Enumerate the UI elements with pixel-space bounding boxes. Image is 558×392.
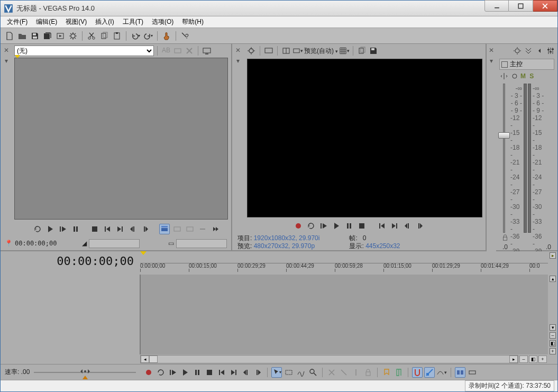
close-panel-icon[interactable]: ✕ — [487, 46, 496, 54]
autocrossfade-button[interactable] — [436, 367, 447, 378]
master-label[interactable]: 主控 — [499, 59, 554, 70]
play-icon[interactable] — [331, 221, 342, 231]
expand-panel-icon[interactable]: ▾ — [487, 57, 496, 65]
timeline-cursor-marker[interactable] — [140, 251, 147, 255]
mute-solo-label[interactable]: M S — [520, 72, 535, 80]
quantize-button[interactable] — [424, 367, 435, 378]
go-start-icon[interactable] — [377, 221, 387, 231]
menu-insert[interactable]: 插入(I) — [91, 16, 118, 28]
zoom-fit-button[interactable]: ◧ — [529, 355, 537, 363]
mixer-props-icon[interactable] — [513, 46, 522, 56]
downmix-icon[interactable] — [524, 46, 533, 56]
loop-icon[interactable] — [306, 221, 316, 231]
copy-snapshot-icon[interactable] — [356, 45, 367, 56]
menu-help[interactable]: 帮助(H) — [178, 16, 208, 28]
hscrollbar[interactable]: ◂ ▸ — [140, 355, 518, 363]
go-end-button[interactable] — [228, 367, 239, 378]
pause-icon[interactable] — [70, 224, 81, 234]
dim-icon[interactable] — [535, 46, 544, 56]
play-icon[interactable] — [45, 224, 56, 234]
trim-start-button[interactable] — [326, 367, 337, 378]
ignore-event-grouping-button[interactable] — [467, 367, 478, 378]
pan-icon[interactable] — [499, 71, 509, 81]
fader-handle[interactable] — [498, 132, 510, 139]
menu-options[interactable]: 选项(O) — [148, 16, 178, 28]
timeline-ruler[interactable]: 0:00:00;0000:00:15;0000:00:29;2900:00:44… — [140, 251, 548, 275]
snap-button[interactable] — [412, 367, 423, 378]
preview-quality-dropdown[interactable]: 预览(自动) — [304, 47, 338, 56]
preview-fx-icon[interactable] — [292, 45, 303, 56]
auto-ripple-button[interactable] — [455, 367, 465, 378]
split-button[interactable] — [351, 367, 361, 378]
delete-icon[interactable] — [184, 45, 195, 56]
scroll-right-button[interactable]: ▸ — [509, 355, 518, 363]
track-headers[interactable] — [10, 275, 140, 354]
selection-tool-button[interactable] — [283, 367, 294, 378]
overwrite-icon[interactable] — [197, 224, 208, 234]
stop-button[interactable] — [204, 367, 215, 378]
in-time-field[interactable] — [89, 239, 140, 248]
next-frame-icon[interactable] — [140, 224, 151, 234]
vzoom-default-button[interactable]: ◧ — [550, 340, 556, 347]
go-end-icon[interactable] — [389, 221, 400, 231]
close-button[interactable] — [533, 0, 557, 12]
fader[interactable] — [499, 84, 509, 233]
normal-edit-tool-button[interactable]: ▾ — [271, 367, 282, 378]
properties-icon[interactable] — [67, 30, 79, 42]
next-frame-icon[interactable] — [415, 221, 425, 231]
scroll-down-button[interactable]: ▾ — [550, 324, 556, 331]
trim-end-button[interactable] — [339, 367, 349, 378]
timeline-tracks-area[interactable] — [140, 275, 548, 354]
preview-viewport[interactable] — [247, 59, 482, 217]
play-button[interactable] — [180, 367, 190, 378]
more-icon[interactable] — [210, 224, 221, 234]
vzoom-out-button[interactable]: – — [550, 332, 556, 339]
external-preview-icon[interactable] — [263, 45, 274, 56]
shuttle-knob-icon[interactable] — [79, 368, 91, 375]
loop-playback-button[interactable] — [155, 367, 166, 378]
pause-icon[interactable] — [344, 221, 354, 231]
pause-button[interactable] — [192, 367, 203, 378]
zoom-tool-button[interactable] — [308, 367, 318, 378]
paste-icon[interactable] — [111, 30, 123, 42]
undo-icon[interactable]: ▾ — [130, 30, 141, 42]
copy-icon[interactable] — [98, 30, 110, 42]
go-start-button[interactable] — [216, 367, 227, 378]
automation-icon[interactable] — [510, 71, 519, 81]
shuttle-control[interactable] — [34, 368, 136, 377]
region-tool-button[interactable] — [394, 367, 404, 378]
add-video-icon[interactable] — [172, 224, 182, 234]
render-icon[interactable] — [54, 30, 66, 42]
play-from-start-button[interactable] — [168, 367, 178, 378]
close-panel-icon[interactable]: ✕ — [234, 46, 242, 54]
menu-view[interactable]: 视图(V) — [61, 16, 91, 28]
prev-frame-icon[interactable] — [127, 224, 138, 234]
envelope-tool-button[interactable] — [296, 367, 306, 378]
next-frame-button[interactable] — [253, 367, 263, 378]
close-panel-icon[interactable]: ✕ — [2, 46, 11, 54]
go-end-icon[interactable] — [115, 224, 125, 234]
trimmer-viewport[interactable] — [14, 58, 228, 220]
expand-panel-icon[interactable]: ▾ — [234, 57, 242, 65]
zoom-out-button[interactable]: – — [519, 355, 528, 363]
abc-icon[interactable]: ABC — [161, 45, 171, 56]
menu-tools[interactable]: 工具(T) — [118, 16, 148, 28]
zoom-in-button[interactable]: + — [538, 355, 547, 363]
scroll-up-button[interactable]: ▴ — [550, 276, 556, 282]
record-icon[interactable] — [293, 221, 304, 231]
mixer-settings-icon[interactable] — [546, 46, 555, 56]
stop-icon[interactable] — [89, 224, 100, 234]
lock-events-button[interactable] — [363, 367, 373, 378]
save-icon[interactable] — [29, 30, 41, 42]
save-snapshot-icon[interactable] — [368, 45, 379, 56]
vzoom-in-button[interactable]: + — [550, 348, 556, 354]
stop-icon[interactable] — [356, 221, 367, 231]
expand-panel-icon[interactable]: ▾ — [2, 57, 11, 65]
split-screen-icon[interactable] — [281, 45, 291, 56]
go-start-icon[interactable] — [102, 224, 113, 234]
add-to-timeline-icon[interactable] — [159, 224, 170, 234]
loop-icon[interactable] — [32, 224, 43, 234]
marker-tool-button[interactable] — [381, 367, 392, 378]
maximize-button[interactable] — [509, 0, 533, 12]
help-icon[interactable]: ? — [179, 30, 191, 42]
